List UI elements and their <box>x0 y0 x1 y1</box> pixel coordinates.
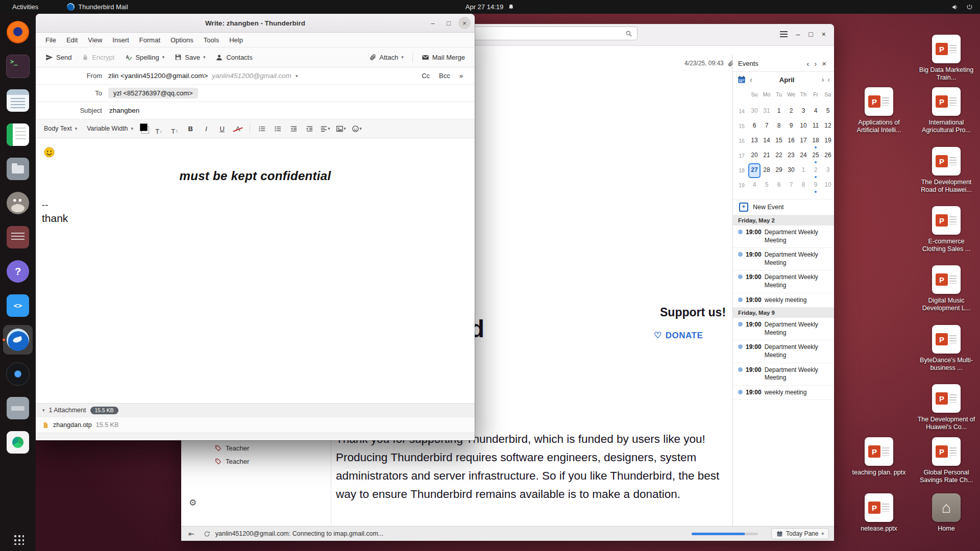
compose-maximize-button[interactable]: □ <box>443 17 455 29</box>
calendar-day[interactable]: 16 <box>785 134 797 148</box>
dock-gimp[interactable] <box>3 188 33 218</box>
to-row[interactable]: To yzl <852736397@qq.com> <box>36 85 475 102</box>
calendar-day[interactable]: 26 <box>822 148 834 163</box>
from-select[interactable]: zlin <yanlin451200@gmail.com> yanlin4512… <box>108 72 417 80</box>
calendar-day[interactable]: 18 <box>810 134 822 148</box>
activities-button[interactable]: Activities <box>8 2 42 12</box>
dock-help[interactable] <box>3 257 33 286</box>
dock-text-editor[interactable] <box>3 86 33 115</box>
font-select[interactable]: Variable Width ▾ <box>83 123 137 134</box>
desktop-icon-ppt[interactable]: PApplications of Artificial Intelli... <box>849 87 909 134</box>
show-applications-button[interactable] <box>12 533 24 545</box>
attachment-item[interactable]: zhangdan.otp 15.5 KB <box>36 417 475 433</box>
more-addressing-icon[interactable]: » <box>455 70 468 82</box>
calendar-day[interactable]: 4 <box>810 104 822 119</box>
desktop-icon-ppt[interactable]: PByteDance's Multi-business ... <box>917 325 976 372</box>
dock-browser-dark[interactable] <box>3 359 33 389</box>
next-month-icon[interactable]: › <box>820 76 826 84</box>
mini-month-icon[interactable] <box>737 75 746 84</box>
events-prev-icon[interactable]: ‹ <box>804 59 812 68</box>
calendar-day[interactable]: 2 <box>785 104 797 119</box>
calendar-day[interactable]: 13 <box>748 134 761 148</box>
event-item[interactable]: 19:00Department Weekly Meeting <box>733 340 834 363</box>
desktop-icon-ppt[interactable]: PThe Development of Huawei's Co... <box>917 384 976 431</box>
menu-help[interactable]: Help <box>225 35 248 45</box>
calendar-day[interactable]: 17 <box>797 134 810 148</box>
maximize-button[interactable]: □ <box>808 31 813 38</box>
desktop-icon-ppt[interactable]: Pteaching plan. pptx <box>849 437 909 477</box>
bcc-button[interactable]: Bcc <box>434 70 455 82</box>
calendar-day[interactable]: 9 <box>810 178 822 193</box>
app-menu-icon[interactable] <box>780 31 788 37</box>
tag-row[interactable]: Teacher <box>215 458 249 465</box>
italic-button[interactable]: I <box>199 122 213 135</box>
event-item[interactable]: 19:00weekly meeting <box>733 293 834 308</box>
calendar-day[interactable]: 12 <box>822 119 834 134</box>
cc-button[interactable]: Cc <box>417 70 434 82</box>
desktop-icon-ppt[interactable]: PInternational Agricultural Pro... <box>917 87 976 134</box>
calendar-day[interactable]: 8 <box>773 119 785 134</box>
dock-spreadsheet[interactable] <box>3 120 33 149</box>
desktop-icon-ppt[interactable]: PE-commerce Clothing Sales ... <box>917 206 976 253</box>
menu-insert[interactable]: Insert <box>108 35 134 45</box>
calendar-day[interactable]: 22 <box>773 148 785 163</box>
calendar-day[interactable]: 11 <box>810 119 822 134</box>
dock-terminal[interactable] <box>3 52 33 81</box>
alignment-button[interactable]: ▾ <box>318 122 332 135</box>
calendar-day[interactable]: 19 <box>822 134 834 148</box>
calendar-day[interactable]: 10 <box>797 119 810 134</box>
calendar-day[interactable]: 1 <box>797 163 810 178</box>
desktop-icon-ppt[interactable]: PBig Data Marketing Train... <box>917 35 976 82</box>
calendar-day[interactable]: 29 <box>773 163 785 178</box>
menu-edit[interactable]: Edit <box>62 35 82 45</box>
calendar-day[interactable]: 3 <box>797 104 810 119</box>
increase-font-size-button[interactable]: T↑ <box>167 122 182 135</box>
bold-button[interactable]: B <box>183 122 198 135</box>
dock-thunderbird[interactable] <box>3 325 33 355</box>
tag-row[interactable]: Teacher <box>215 444 249 452</box>
compose-close-button[interactable]: × <box>458 17 471 29</box>
calendar-day[interactable]: 4 <box>748 178 761 193</box>
settings-gear-icon[interactable]: ⚙ <box>189 497 197 508</box>
subject-input[interactable] <box>108 106 468 115</box>
dock-red-app[interactable] <box>3 222 33 252</box>
calendar-day[interactable]: 24 <box>797 148 810 163</box>
dock-file-manager[interactable] <box>3 154 33 184</box>
send-button[interactable]: Send <box>41 51 76 64</box>
calendar-day[interactable]: 25 <box>810 148 822 163</box>
text-color-picker[interactable] <box>139 123 150 134</box>
calendar-day[interactable]: 6 <box>748 119 761 134</box>
calendar-day[interactable]: 7 <box>761 119 773 134</box>
calendar-day[interactable]: 14 <box>761 134 773 148</box>
outdent-button[interactable] <box>286 122 301 135</box>
contacts-button[interactable]: Contacts <box>211 51 257 64</box>
calendar-day[interactable]: 9 <box>785 119 797 134</box>
focused-app-indicator[interactable]: Thunderbird Mail <box>67 3 128 11</box>
compose-titlebar[interactable]: Write: zhangben - Thunderbird – □ × <box>36 14 475 33</box>
decrease-font-size-button[interactable]: T↓ <box>152 122 166 135</box>
event-item[interactable]: 19:00Department Weekly Meeting <box>733 270 834 293</box>
compose-body[interactable]: must be kept confidential -- thank <box>36 138 475 403</box>
spelling-button[interactable]: Spelling ▾ <box>120 51 169 64</box>
menu-format[interactable]: Format <box>135 35 165 45</box>
system-status-area[interactable] <box>951 4 973 11</box>
dock-firefox[interactable] <box>3 17 33 47</box>
events-next-icon[interactable]: › <box>812 59 819 68</box>
calendar-day[interactable]: 5 <box>822 104 834 119</box>
event-item[interactable]: 19:00Department Weekly Meeting <box>733 363 834 386</box>
calendar-day[interactable]: 21 <box>761 148 773 163</box>
menu-view[interactable]: View <box>83 35 107 45</box>
event-item[interactable]: 19:00weekly meeting <box>733 386 834 400</box>
desktop-icon-ppt[interactable]: PGlobal Personal Savings Rate Ch... <box>917 437 976 484</box>
clock[interactable]: Apr 27 14:19 <box>465 3 514 11</box>
compose-minimize-button[interactable]: – <box>427 17 439 29</box>
numbered-list-button[interactable] <box>271 122 285 135</box>
dock-vscode[interactable] <box>3 291 33 320</box>
calendar-day[interactable]: 2 <box>810 163 822 178</box>
calendar-day[interactable]: 30 <box>748 104 761 119</box>
collapse-folder-pane-icon[interactable]: ⇤ <box>188 530 194 538</box>
events-close-icon[interactable]: × <box>819 59 829 68</box>
bullet-list-button[interactable] <box>255 122 269 135</box>
desktop-icon-home[interactable]: ⌂Home <box>917 493 976 533</box>
calendar-day[interactable]: 1 <box>773 104 785 119</box>
